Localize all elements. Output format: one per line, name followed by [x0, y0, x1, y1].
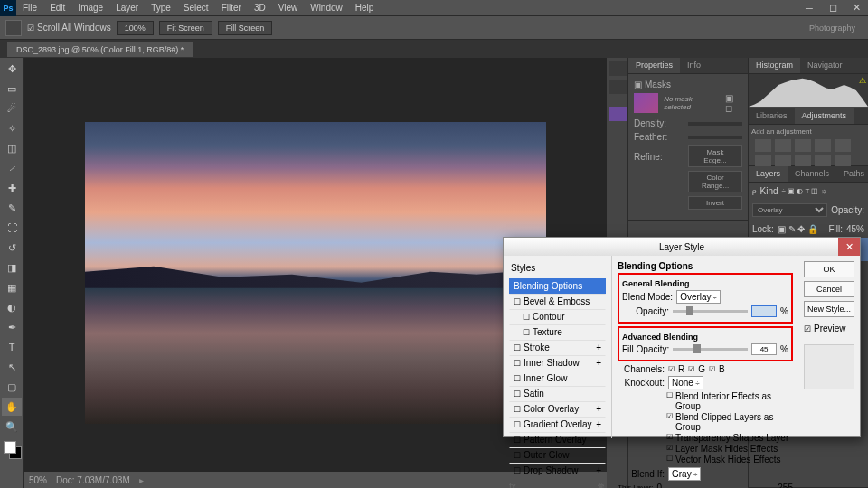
style-satin[interactable]: ☐ Satin — [509, 386, 606, 401]
ok-button[interactable]: OK — [804, 261, 854, 277]
tab-paths[interactable]: Paths — [836, 166, 868, 182]
style-contour[interactable]: ☐ Contour — [509, 309, 606, 324]
tab-histogram[interactable]: Histogram — [749, 58, 800, 73]
healing-tool[interactable]: ✚ — [2, 179, 22, 197]
cb-clipped[interactable]: ☑ Blend Clipped Layers as Group — [666, 412, 793, 432]
tab-layers[interactable]: Layers — [749, 166, 788, 182]
lasso-tool[interactable]: ☄ — [2, 99, 22, 117]
style-texture[interactable]: ☐ Texture — [509, 324, 606, 340]
cb-layermask[interactable]: ☑ Layer Mask Hides Effects — [666, 444, 793, 454]
zoom-pct-button[interactable]: 100% — [117, 21, 154, 35]
hand-tool-icon[interactable] — [5, 20, 22, 36]
menu-file[interactable]: File — [16, 0, 43, 16]
style-inner-glow[interactable]: ☐ Inner Glow — [509, 371, 606, 386]
pen-tool[interactable]: ✒ — [2, 318, 22, 336]
clone-tool[interactable]: ⛶ — [2, 219, 22, 237]
menu-select[interactable]: Select — [177, 0, 215, 16]
style-blending-options[interactable]: Blending Options — [509, 278, 606, 294]
menu-edit[interactable]: Edit — [43, 0, 71, 16]
new-style-button[interactable]: New Style... — [804, 301, 854, 317]
dialog-close-button[interactable]: ✕ — [838, 238, 860, 256]
history-brush-tool[interactable]: ↺ — [2, 239, 22, 257]
style-stroke[interactable]: ☐ Stroke+ — [509, 340, 606, 355]
tab-libraries[interactable]: Libraries — [749, 108, 795, 124]
fill-opacity-input[interactable] — [751, 343, 777, 355]
fit-screen-button[interactable]: Fit Screen — [159, 21, 212, 35]
tab-navigator[interactable]: Navigator — [800, 58, 850, 73]
menu-help[interactable]: Help — [349, 0, 381, 16]
menu-window[interactable]: Window — [304, 0, 349, 16]
tab-adjustments[interactable]: Adjustments — [795, 108, 854, 124]
marquee-tool[interactable]: ▭ — [2, 80, 22, 98]
adj-vibrance-icon[interactable] — [835, 139, 851, 152]
close-button[interactable]: ✕ — [844, 0, 868, 16]
fx-icon[interactable]: fx — [509, 482, 516, 488]
fg-color-swatch[interactable] — [4, 441, 16, 454]
style-pattern-overlay[interactable]: ☐ Pattern Overlay — [509, 432, 606, 447]
workspace-label[interactable]: Photography — [809, 23, 863, 33]
fill-opacity-slider[interactable] — [673, 348, 748, 351]
style-color-overlay[interactable]: ☐ Color Overlay+ — [509, 401, 606, 417]
tab-info[interactable]: Info — [680, 58, 708, 73]
ep-panel-icon[interactable] — [609, 107, 627, 121]
invert-button[interactable]: Invert — [688, 196, 742, 210]
para-panel-icon[interactable] — [609, 80, 627, 94]
eraser-tool[interactable]: ◨ — [2, 258, 22, 277]
trash-icon[interactable]: 🗑 — [597, 482, 606, 488]
crop-tool[interactable]: ◫ — [2, 139, 22, 157]
cb-vectormask[interactable]: ☐ Vector Mask Hides Effects — [666, 455, 793, 465]
hand-tool[interactable]: ✋ — [2, 398, 22, 416]
shape-tool[interactable]: ▢ — [2, 378, 22, 396]
style-outer-glow[interactable]: ☐ Outer Glow — [509, 447, 606, 463]
opacity-slider[interactable] — [673, 310, 748, 313]
char-panel-icon[interactable] — [609, 61, 627, 76]
magic-wand-tool[interactable]: ✧ — [2, 119, 22, 137]
preview-checkbox[interactable]: ☑ Preview — [804, 324, 854, 333]
menu-image[interactable]: Image — [71, 0, 109, 16]
menu-layer[interactable]: Layer — [109, 0, 145, 16]
warning-icon[interactable]: ⚠ — [859, 76, 866, 85]
document-canvas[interactable] — [85, 122, 546, 424]
mask-thumbnail[interactable] — [634, 93, 658, 113]
path-tool[interactable]: ↖ — [2, 358, 22, 376]
menu-filter[interactable]: Filter — [215, 0, 248, 16]
adj-curves-icon[interactable] — [795, 139, 811, 152]
type-tool[interactable]: T — [2, 338, 22, 356]
cb-transparency[interactable]: ☑ Transparency Shapes Layer — [666, 433, 793, 443]
style-gradient-overlay[interactable]: ☐ Gradient Overlay+ — [509, 417, 606, 432]
color-swatches[interactable] — [2, 441, 21, 461]
blend-mode-dropdown[interactable]: Overlay ÷ — [676, 290, 721, 304]
tab-channels[interactable]: Channels — [788, 166, 836, 182]
fill-screen-button[interactable]: Fill Screen — [218, 21, 273, 35]
document-tab[interactable]: DSC_2893.jpg @ 50% (Color Fill 1, RGB/8#… — [7, 42, 193, 57]
adj-exposure-icon[interactable] — [815, 139, 831, 152]
style-bevel[interactable]: ☐ Bevel & Emboss — [509, 294, 606, 309]
zoom-level[interactable]: 50% — [29, 475, 47, 485]
blendif-dropdown[interactable]: Gray ÷ — [668, 467, 701, 481]
style-drop-shadow[interactable]: ☐ Drop Shadow+ — [509, 463, 606, 478]
menu-type[interactable]: Type — [145, 0, 177, 16]
gradient-tool[interactable]: ▦ — [2, 278, 22, 296]
color-range-button[interactable]: Color Range... — [688, 171, 742, 192]
move-tool[interactable]: ✥ — [2, 60, 22, 78]
minimize-button[interactable]: ─ — [797, 0, 821, 16]
maximize-button[interactable]: ◻ — [821, 0, 844, 16]
adj-brightness-icon[interactable] — [755, 139, 771, 152]
knockout-dropdown[interactable]: None ÷ — [668, 376, 703, 389]
fill-value[interactable]: 45% — [846, 224, 864, 234]
cancel-button[interactable]: Cancel — [804, 281, 854, 297]
cb-interior[interactable]: ☐ Blend Interior Effects as Group — [666, 391, 793, 411]
dodge-tool[interactable]: ◐ — [2, 298, 22, 316]
menu-3d[interactable]: 3D — [248, 0, 272, 16]
opacity-input[interactable] — [751, 305, 777, 317]
zoom-tool[interactable]: 🔍 — [2, 418, 22, 436]
style-inner-shadow[interactable]: ☐ Inner Shadow+ — [509, 355, 606, 371]
mask-edge-button[interactable]: Mask Edge... — [688, 145, 742, 167]
tab-properties[interactable]: Properties — [628, 58, 680, 73]
scroll-all-checkbox[interactable]: ☑ Scroll All Windows — [27, 23, 111, 33]
brush-tool[interactable]: ✎ — [2, 199, 22, 217]
blend-mode-select[interactable]: Overlay — [752, 203, 827, 217]
menu-view[interactable]: View — [272, 0, 305, 16]
eyedropper-tool[interactable]: ⟋ — [2, 159, 22, 177]
adj-levels-icon[interactable] — [775, 139, 791, 152]
